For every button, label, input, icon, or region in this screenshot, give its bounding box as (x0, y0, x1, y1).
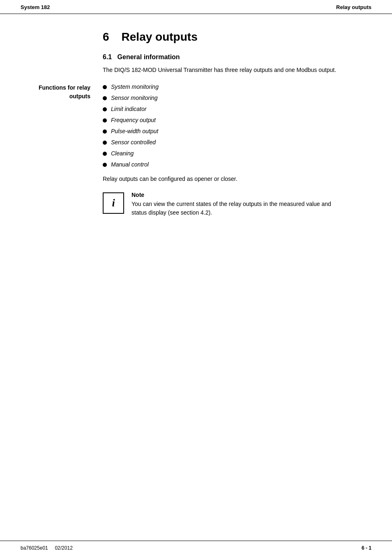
list-item: Cleaning (103, 149, 371, 158)
chapter-title: 6Relay outputs (103, 30, 371, 44)
page-content: 6Relay outputs 6.1 General information T… (0, 14, 392, 234)
bullet-icon (103, 107, 107, 111)
list-item-text: Sensor monitoring (111, 94, 158, 102)
list-item-text: Limit indicator (111, 105, 146, 113)
list-item-text: Sensor controlled (111, 138, 156, 147)
list-item-text: Manual control (111, 160, 149, 169)
bullet-icon (103, 130, 107, 134)
header-right: Relay outputs (336, 4, 371, 10)
functions-list: System monitoringSensor monitoringLimit … (103, 83, 371, 171)
list-item-text: System monitoring (111, 83, 159, 91)
list-item: Pulse-width output (103, 127, 371, 136)
bullet-icon (103, 163, 107, 167)
page-footer: ba76025e01 02/2012 6 - 1 (0, 541, 392, 555)
bullet-icon (103, 85, 107, 89)
list-item-text: Cleaning (111, 149, 134, 158)
bullet-icon (103, 141, 107, 145)
note-content: Note You can view the current states of … (131, 192, 341, 217)
functions-section: Functions for relay outputs System monit… (21, 83, 371, 171)
footer-doc: ba76025e01 (21, 545, 48, 551)
section-title: General information (118, 53, 180, 60)
note-icon: i (103, 192, 124, 214)
functions-label-line1: Functions for relay (39, 84, 90, 91)
functions-label-line2: outputs (69, 93, 90, 99)
note-body: You can view the current states of the r… (131, 200, 341, 217)
header-left: System 182 (21, 4, 50, 10)
section-heading: 6.1 General information (103, 53, 371, 61)
footer-date: 02/2012 (55, 545, 72, 551)
bullet-icon (103, 96, 107, 100)
section-number: 6.1 (103, 53, 112, 60)
intro-text: The DIQ/S 182-MOD Universal Transmitter … (103, 66, 341, 74)
page-header: System 182 Relay outputs (0, 0, 392, 14)
note-title: Note (131, 192, 341, 198)
note-box: i Note You can view the current states o… (103, 192, 341, 217)
list-item: Frequency output (103, 116, 371, 125)
chapter-title-text: Relay outputs (122, 30, 198, 43)
list-item-text: Pulse-width output (111, 127, 158, 136)
list-item: Sensor monitoring (103, 94, 371, 102)
footer-left: ba76025e01 02/2012 (21, 545, 73, 551)
chapter-number: 6 (103, 30, 109, 43)
relay-note-text: Relay outputs can be configured as opene… (103, 175, 371, 183)
list-item: Manual control (103, 160, 371, 169)
bullet-icon (103, 118, 107, 123)
list-item-text: Frequency output (111, 116, 156, 125)
bullet-icon (103, 152, 107, 156)
footer-page-number: 6 - 1 (362, 545, 371, 551)
list-item: System monitoring (103, 83, 371, 91)
functions-label: Functions for relay outputs (21, 83, 103, 171)
list-item: Sensor controlled (103, 138, 371, 147)
page: System 182 Relay outputs 6Relay outputs … (0, 0, 392, 555)
list-item: Limit indicator (103, 105, 371, 113)
